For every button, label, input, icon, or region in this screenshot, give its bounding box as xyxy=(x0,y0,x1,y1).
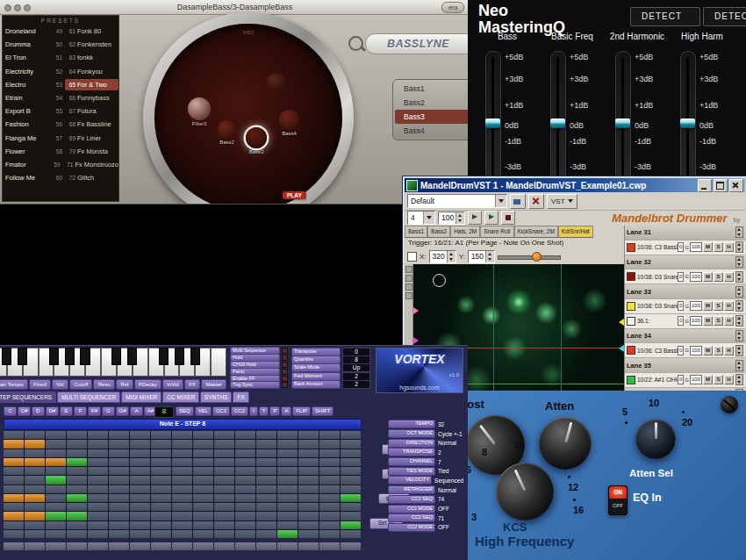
step-cell[interactable] xyxy=(4,431,24,439)
step-cell[interactable] xyxy=(130,467,150,475)
step-cell[interactable] xyxy=(88,449,108,457)
step-cell[interactable] xyxy=(46,512,66,520)
step-cell[interactable] xyxy=(319,485,340,493)
param-value[interactable]: Sequenced xyxy=(432,477,463,484)
section-tab[interactable]: MULTI SEQUENCER xyxy=(57,391,120,403)
step-cell[interactable] xyxy=(256,467,276,475)
play-button[interactable] xyxy=(468,211,482,225)
delete-preset-icon-button[interactable] xyxy=(528,194,544,209)
preset-name[interactable]: Fashion xyxy=(3,120,51,128)
lane-offset-field[interactable]: 0 xyxy=(678,346,684,355)
note-button[interactable]: E xyxy=(60,406,73,416)
atten-knob[interactable] xyxy=(533,411,597,475)
step-select-cell[interactable] xyxy=(193,542,213,550)
step-cell[interactable] xyxy=(256,449,276,457)
step-cell[interactable] xyxy=(298,449,319,457)
param-label-button[interactable]: CHANNEL xyxy=(388,457,435,466)
piano-black-key[interactable] xyxy=(18,348,27,365)
mute-button[interactable]: M xyxy=(703,375,713,384)
step-cell[interactable] xyxy=(88,458,108,466)
preset-value[interactable]: 65For & Two xyxy=(65,79,118,90)
hold-button[interactable]: H xyxy=(724,375,734,384)
step-cell[interactable] xyxy=(25,476,45,484)
hold-button[interactable]: H xyxy=(724,242,734,252)
step-cell[interactable] xyxy=(130,485,150,493)
step-cell[interactable] xyxy=(46,458,66,466)
toggle-button[interactable]: Trig Sync xyxy=(230,381,280,389)
step-cell[interactable] xyxy=(151,530,171,538)
step-cell[interactable] xyxy=(298,512,319,520)
lane-spinner[interactable] xyxy=(735,374,743,385)
step-cell[interactable] xyxy=(341,503,361,511)
detect-button[interactable]: DETECT xyxy=(703,7,746,26)
step-cell[interactable] xyxy=(4,476,24,484)
y-value-spinner[interactable]: 150 xyxy=(468,250,495,263)
step-cell[interactable] xyxy=(341,449,361,457)
step-select-cell[interactable] xyxy=(277,542,298,550)
hold-button[interactable]: H xyxy=(724,346,734,355)
step-cell[interactable] xyxy=(341,530,361,538)
atten-sel-knob[interactable] xyxy=(635,419,676,459)
step-cell[interactable] xyxy=(214,476,234,484)
step-cell[interactable] xyxy=(214,458,234,466)
lane-spinner[interactable] xyxy=(735,330,743,341)
pattern-tab[interactable]: Snare Roll xyxy=(480,226,513,238)
step-cell[interactable] xyxy=(88,521,108,529)
param-value[interactable]: 7 xyxy=(435,459,463,465)
step-select-cell[interactable] xyxy=(46,542,66,550)
step-cell[interactable] xyxy=(151,476,171,484)
step-cell[interactable] xyxy=(109,449,129,457)
preset-row[interactable]: Droneland 49 61Fonk 80 xyxy=(3,25,118,38)
step-cell[interactable] xyxy=(130,530,150,538)
step-cell[interactable] xyxy=(130,449,150,457)
mode-button[interactable]: Master xyxy=(201,379,226,390)
zoom-slider[interactable] xyxy=(498,252,559,261)
step-cell[interactable] xyxy=(88,467,108,475)
step-cell[interactable] xyxy=(67,521,87,529)
setting-button[interactable]: Back Amount xyxy=(291,380,341,389)
step-select-cell[interactable] xyxy=(172,542,192,550)
preset-name[interactable]: Export B xyxy=(3,107,51,115)
piano-black-key[interactable] xyxy=(49,348,59,365)
step-cell[interactable] xyxy=(46,449,66,457)
step-cell[interactable] xyxy=(298,431,319,439)
mute-button[interactable]: M xyxy=(703,301,713,311)
filter3-orb[interactable]: Filter3 xyxy=(188,97,211,120)
window-titlebar[interactable]: MandelDrumVST 1 - MandelDrumVST_Example0… xyxy=(405,178,745,192)
step-cell[interactable] xyxy=(67,476,87,484)
step-cell[interactable] xyxy=(88,503,108,511)
step-cell[interactable] xyxy=(25,431,45,439)
play-button[interactable] xyxy=(484,211,499,225)
mode-button[interactable]: Man Tempo xyxy=(0,379,28,390)
step-cell[interactable] xyxy=(151,503,171,511)
step-cell[interactable] xyxy=(298,476,319,484)
step-cell[interactable] xyxy=(109,485,129,493)
step-cell[interactable] xyxy=(67,440,87,448)
param-value[interactable]: Tied xyxy=(435,468,463,474)
step-cell[interactable] xyxy=(193,512,213,520)
step-cell[interactable] xyxy=(88,476,108,484)
step-cell[interactable] xyxy=(151,521,171,529)
step-cell[interactable] xyxy=(193,521,213,529)
step-cell[interactable] xyxy=(256,485,276,493)
step-cell[interactable] xyxy=(214,503,234,511)
pattern-tab[interactable]: Bass1 xyxy=(405,226,427,238)
edit-mode-button[interactable]: CC1 xyxy=(212,406,230,416)
step-cell[interactable] xyxy=(256,521,276,529)
step-cell[interactable] xyxy=(130,512,150,520)
step-cell[interactable] xyxy=(214,494,234,502)
step-cell[interactable] xyxy=(319,431,340,439)
step-select-cell[interactable] xyxy=(235,542,255,550)
step-cell[interactable] xyxy=(256,476,276,484)
step-cell[interactable] xyxy=(88,512,108,520)
step-cell[interactable] xyxy=(277,440,298,448)
step-cell[interactable] xyxy=(88,431,108,439)
step-cell[interactable] xyxy=(298,521,319,529)
step-cell[interactable] xyxy=(88,485,108,493)
step-cell[interactable] xyxy=(214,449,234,457)
step-cell[interactable] xyxy=(46,431,66,439)
division-dropdown[interactable]: 4 xyxy=(407,211,435,225)
step-cell[interactable] xyxy=(319,467,340,475)
window-control-dots[interactable] xyxy=(4,4,31,11)
param-value[interactable]: OFF xyxy=(435,506,463,512)
